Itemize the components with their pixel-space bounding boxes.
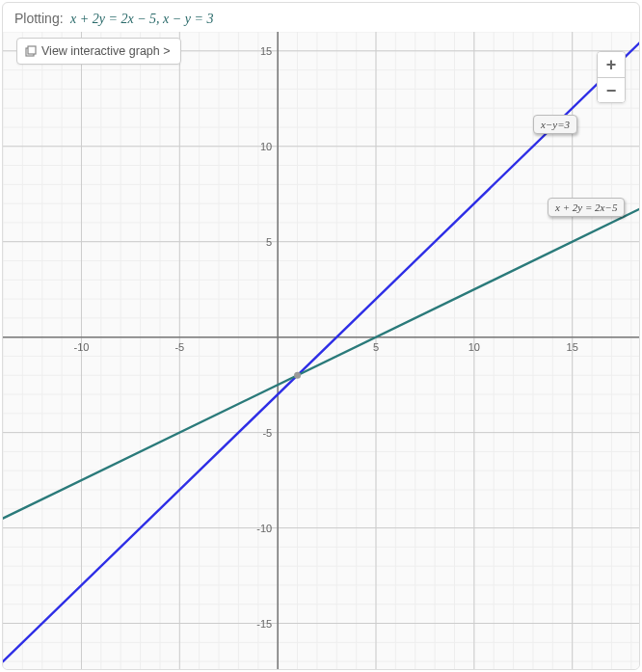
svg-text:-5: -5 bbox=[262, 427, 272, 439]
plot-area[interactable]: -10-55101551015-5-10-15 x−y=3 x + 2y = 2… bbox=[3, 32, 639, 669]
view-interactive-button[interactable]: View interactive graph > bbox=[16, 38, 181, 65]
svg-text:5: 5 bbox=[266, 236, 272, 248]
svg-text:-10: -10 bbox=[74, 341, 90, 353]
svg-text:-5: -5 bbox=[174, 341, 184, 353]
plot-header: Plotting: x + 2y = 2x − 5, x − y = 3 bbox=[3, 3, 639, 35]
svg-text:10: 10 bbox=[260, 141, 272, 152]
svg-text:-15: -15 bbox=[256, 618, 272, 630]
header-label: Plotting: bbox=[14, 11, 64, 26]
zoom-out-button[interactable]: − bbox=[598, 77, 625, 102]
zoom-controls: + − bbox=[597, 51, 626, 103]
zoom-in-button[interactable]: + bbox=[598, 52, 625, 77]
svg-text:15: 15 bbox=[260, 45, 272, 57]
line1-label: x−y=3 bbox=[533, 115, 577, 134]
svg-text:-10: -10 bbox=[256, 523, 272, 534]
header-expression: x + 2y = 2x − 5, x − y = 3 bbox=[70, 12, 213, 26]
interactive-button-label: View interactive graph > bbox=[41, 44, 171, 58]
svg-point-97 bbox=[294, 372, 301, 379]
svg-text:5: 5 bbox=[373, 341, 379, 353]
svg-text:15: 15 bbox=[567, 341, 578, 353]
svg-line-95 bbox=[3, 41, 640, 661]
plot-container: Plotting: x + 2y = 2x − 5, x − y = 3 Vie… bbox=[2, 2, 640, 670]
svg-line-96 bbox=[3, 208, 640, 519]
line2-label: x + 2y = 2x−5 bbox=[548, 198, 625, 217]
popout-icon bbox=[25, 45, 37, 57]
svg-rect-1 bbox=[28, 46, 36, 54]
svg-text:10: 10 bbox=[468, 341, 480, 353]
